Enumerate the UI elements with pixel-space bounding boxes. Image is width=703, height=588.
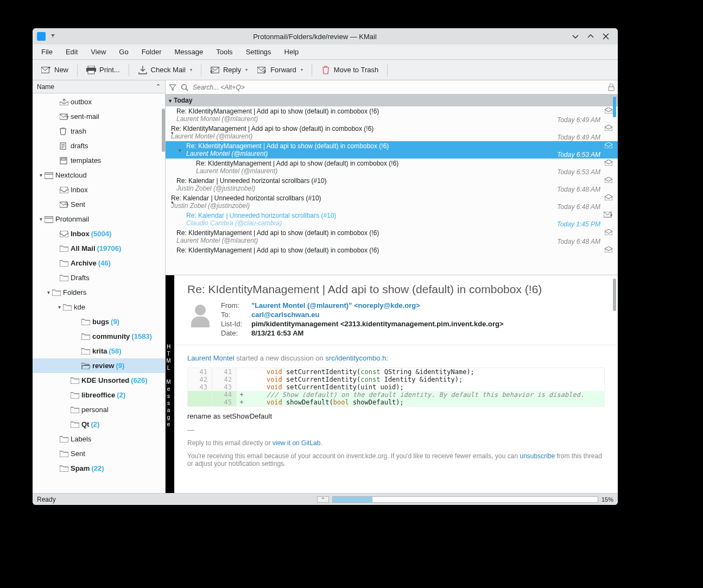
message-item[interactable]: Re: KIdentityManagement | Add api to sho… bbox=[166, 106, 618, 124]
folder-item[interactable]: Qt (2) bbox=[33, 417, 165, 432]
unsubscribe-link[interactable]: unsubscribe bbox=[520, 452, 555, 460]
avatar-icon bbox=[187, 301, 213, 331]
folder-item[interactable]: Labels bbox=[33, 432, 165, 446]
folder-item[interactable]: Inbox bbox=[33, 182, 165, 197]
folder-item[interactable]: sent-mail bbox=[33, 109, 165, 124]
view-gitlab-link[interactable]: view it on GitLab bbox=[273, 439, 321, 447]
folder-item[interactable]: KDE Unsorted (626) bbox=[33, 373, 165, 388]
chevron-down-icon[interactable]: ▾ bbox=[171, 130, 174, 136]
folder-item[interactable]: outbox bbox=[33, 94, 165, 109]
folder-item[interactable]: ▾Protonmail bbox=[33, 212, 165, 226]
trash-button[interactable]: Move to Trash bbox=[316, 63, 383, 77]
maximize-button[interactable] bbox=[583, 29, 598, 44]
chevron-down-icon[interactable]: ▾ bbox=[171, 200, 174, 205]
folder-label: sent-mail bbox=[71, 112, 99, 121]
chevron-down-icon[interactable]: ▾ bbox=[179, 148, 181, 153]
folder-tree[interactable]: outboxsent-mailtrashdraftstemplates▾Next… bbox=[33, 93, 165, 493]
message-item[interactable]: Re: KIdentityManagement | Add api to sho… bbox=[166, 159, 618, 176]
progress-expand-button[interactable]: ⌃ bbox=[317, 496, 329, 503]
folder-item[interactable]: Sent bbox=[33, 197, 165, 212]
folder-icon bbox=[71, 407, 81, 413]
download-icon bbox=[138, 65, 148, 75]
folder-item[interactable]: personal bbox=[33, 402, 165, 417]
group-header[interactable]: ▾ Today bbox=[166, 94, 618, 106]
minimize-button[interactable] bbox=[568, 29, 583, 44]
menu-help[interactable]: Help bbox=[278, 46, 306, 58]
folder-count: (58) bbox=[109, 347, 121, 355]
file-link[interactable]: src/identitycombo.h: bbox=[325, 354, 388, 362]
folder-item[interactable]: Inbox (5004) bbox=[33, 226, 165, 241]
menu-view[interactable]: View bbox=[84, 46, 112, 58]
chevron-down-icon[interactable]: ▾ bbox=[45, 289, 52, 295]
scrollbar-thumb[interactable] bbox=[162, 109, 165, 152]
menu-message[interactable]: Message bbox=[168, 46, 210, 58]
folder-count: (9) bbox=[111, 318, 119, 326]
menu-file[interactable]: File bbox=[35, 46, 59, 58]
message-item[interactable]: ▾Re: KIdentityManagement | Add api to sh… bbox=[166, 124, 618, 141]
folder-item[interactable]: trash bbox=[33, 124, 165, 138]
menu-tools[interactable]: Tools bbox=[210, 46, 239, 58]
chevron-down-icon[interactable]: ▾ bbox=[37, 172, 45, 178]
message-item[interactable]: Re: Kalendar | Unneeded horizontal scrol… bbox=[166, 176, 618, 193]
html-message-tab[interactable]: HTML Message bbox=[166, 275, 174, 493]
folder-item[interactable]: bugs (9) bbox=[33, 314, 165, 329]
pin-icon[interactable] bbox=[49, 32, 58, 41]
menu-go[interactable]: Go bbox=[112, 46, 135, 58]
trash-label: Move to Trash bbox=[334, 66, 378, 74]
message-list[interactable]: ▾ Today Re: KIdentityManagement | Add ap… bbox=[166, 94, 618, 275]
folder-item[interactable]: All Mail (19706) bbox=[33, 241, 165, 256]
folder-icon bbox=[63, 304, 74, 311]
close-button[interactable] bbox=[598, 29, 613, 44]
folder-label: Sent bbox=[71, 200, 85, 208]
folder-item[interactable]: ▾Folders bbox=[33, 285, 165, 300]
to-value[interactable]: carl@carlschwan.eu bbox=[251, 311, 319, 319]
listid-label: List-Id: bbox=[221, 320, 251, 328]
folder-item[interactable]: review (9) bbox=[33, 358, 165, 373]
message-item[interactable]: Re: KIdentityManagement | Add api to sho… bbox=[166, 228, 618, 245]
folder-item[interactable]: ▾Nextcloud bbox=[33, 168, 165, 182]
sidebar-header-label: Name bbox=[37, 83, 54, 91]
folder-item[interactable]: drafts bbox=[33, 138, 165, 153]
folder-item[interactable]: libreoffice (2) bbox=[33, 388, 165, 402]
envelope-icon bbox=[605, 160, 612, 166]
folder-item[interactable]: Sent bbox=[33, 446, 165, 461]
sidebar-header[interactable]: Name ⌃ bbox=[33, 80, 165, 93]
code-line: 4242 void setCurrentIdentity(const Ident… bbox=[188, 376, 604, 383]
folder-item[interactable]: Archive (46) bbox=[33, 256, 165, 270]
menu-folder[interactable]: Folder bbox=[135, 46, 168, 58]
message-item[interactable]: Re: Kalendar | Unneeded horizontal scrol… bbox=[166, 211, 618, 228]
scrollbar-thumb[interactable] bbox=[613, 279, 616, 311]
message-from: Justin Zobel (@justinzobel) bbox=[166, 202, 600, 210]
folder-icon bbox=[60, 465, 71, 472]
chevron-down-icon[interactable]: ▾ bbox=[55, 304, 63, 310]
reply-button[interactable]: Reply ▾ bbox=[206, 63, 252, 77]
folder-icon bbox=[71, 421, 81, 428]
menu-settings[interactable]: Settings bbox=[239, 46, 278, 58]
searchbar bbox=[166, 80, 618, 94]
lock-icon[interactable] bbox=[608, 84, 615, 91]
author-link[interactable]: Laurent Montel bbox=[187, 354, 235, 362]
folder-item[interactable]: templates bbox=[33, 153, 165, 168]
filter-icon[interactable] bbox=[169, 84, 176, 91]
folder-item[interactable]: community (1583) bbox=[33, 329, 165, 344]
chevron-up-icon[interactable]: ⌃ bbox=[156, 83, 161, 90]
menu-edit[interactable]: Edit bbox=[59, 46, 84, 58]
message-item[interactable]: ▾Re: Kalendar | Unneeded horizontal scro… bbox=[166, 193, 618, 211]
forward-button[interactable]: Forward ▾ bbox=[253, 63, 307, 77]
check-mail-button[interactable]: Check Mail ▾ bbox=[134, 63, 197, 77]
folder-item[interactable]: ▾kde bbox=[33, 300, 165, 314]
to-label: To: bbox=[221, 311, 251, 319]
svg-rect-3 bbox=[88, 71, 94, 74]
message-item[interactable]: Re: KIdentityManagement | Add api to sho… bbox=[166, 245, 618, 255]
folder-item[interactable]: Spam (22) bbox=[33, 461, 165, 476]
search-input[interactable] bbox=[193, 84, 604, 91]
chevron-down-icon[interactable]: ▾ bbox=[169, 98, 172, 104]
new-button[interactable]: New bbox=[37, 63, 73, 77]
folder-item[interactable]: Drafts bbox=[33, 270, 165, 285]
print-button[interactable]: Print... bbox=[82, 63, 124, 77]
folder-item[interactable]: krita (58) bbox=[33, 344, 165, 358]
from-value[interactable]: "Laurent Montel (@mlaurent)" <noreply@kd… bbox=[251, 301, 420, 309]
chevron-down-icon[interactable]: ▾ bbox=[37, 216, 45, 222]
message-item[interactable]: ▾Re: KIdentityManagement | Add api to sh… bbox=[166, 141, 618, 159]
search-icon[interactable] bbox=[181, 84, 188, 91]
